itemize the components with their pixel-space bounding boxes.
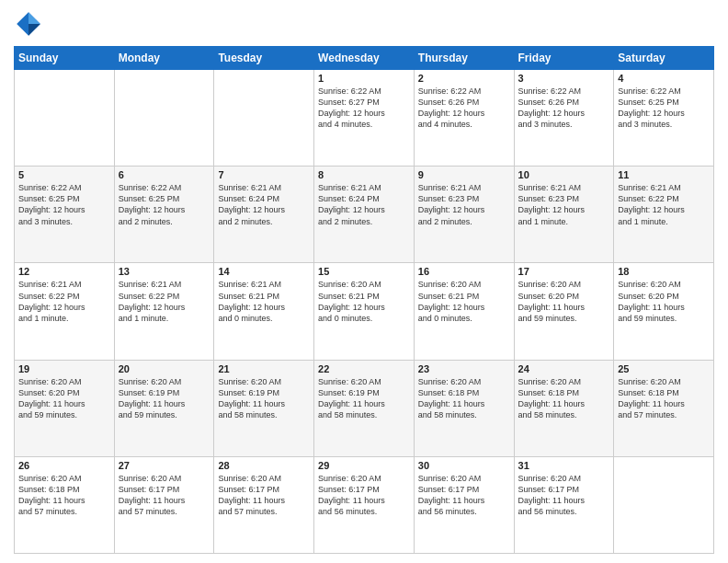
day-number: 18 — [618, 266, 710, 277]
calendar-cell: 10Sunrise: 6:21 AM Sunset: 6:23 PM Dayli… — [514, 167, 614, 263]
day-number: 21 — [218, 363, 310, 374]
day-number: 2 — [418, 73, 510, 84]
day-info: Sunrise: 6:22 AM Sunset: 6:25 PM Dayligh… — [18, 182, 110, 227]
logo-icon — [14, 9, 43, 39]
day-number: 31 — [518, 460, 610, 471]
logo — [14, 9, 47, 39]
day-number: 13 — [119, 266, 210, 277]
calendar-week-row: 5Sunrise: 6:22 AM Sunset: 6:25 PM Daylig… — [15, 167, 714, 263]
day-number: 4 — [618, 73, 710, 84]
day-number: 7 — [218, 169, 310, 180]
day-info: Sunrise: 6:20 AM Sunset: 6:18 PM Dayligh… — [18, 473, 110, 518]
day-number: 17 — [518, 266, 610, 277]
calendar-cell — [15, 70, 115, 167]
calendar-header-day: Wednesday — [314, 47, 415, 70]
day-number: 20 — [119, 363, 210, 374]
svg-marker-2 — [28, 24, 40, 36]
calendar-cell: 4Sunrise: 6:22 AM Sunset: 6:25 PM Daylig… — [614, 70, 714, 167]
calendar-header-day: Saturday — [614, 47, 714, 70]
day-info: Sunrise: 6:20 AM Sunset: 6:20 PM Dayligh… — [518, 279, 610, 324]
calendar-cell: 1Sunrise: 6:22 AM Sunset: 6:27 PM Daylig… — [314, 70, 415, 167]
day-number: 26 — [18, 460, 110, 471]
svg-marker-1 — [28, 12, 40, 24]
day-number: 28 — [218, 460, 310, 471]
day-info: Sunrise: 6:21 AM Sunset: 6:24 PM Dayligh… — [218, 182, 310, 227]
day-number: 3 — [518, 73, 610, 84]
day-info: Sunrise: 6:20 AM Sunset: 6:20 PM Dayligh… — [618, 279, 710, 324]
day-number: 22 — [318, 363, 410, 374]
calendar-cell: 23Sunrise: 6:20 AM Sunset: 6:18 PM Dayli… — [414, 360, 514, 456]
day-info: Sunrise: 6:20 AM Sunset: 6:17 PM Dayligh… — [518, 473, 610, 518]
day-info: Sunrise: 6:20 AM Sunset: 6:19 PM Dayligh… — [119, 376, 210, 421]
calendar-cell: 3Sunrise: 6:22 AM Sunset: 6:26 PM Daylig… — [514, 70, 614, 167]
day-info: Sunrise: 6:22 AM Sunset: 6:25 PM Dayligh… — [618, 86, 710, 131]
day-info: Sunrise: 6:21 AM Sunset: 6:23 PM Dayligh… — [418, 182, 510, 227]
day-info: Sunrise: 6:21 AM Sunset: 6:22 PM Dayligh… — [618, 182, 710, 227]
day-number: 1 — [318, 73, 410, 84]
calendar-week-row: 19Sunrise: 6:20 AM Sunset: 6:20 PM Dayli… — [15, 360, 714, 456]
day-info: Sunrise: 6:20 AM Sunset: 6:18 PM Dayligh… — [418, 376, 510, 421]
day-info: Sunrise: 6:22 AM Sunset: 6:27 PM Dayligh… — [318, 86, 410, 131]
calendar-table: SundayMondayTuesdayWednesdayThursdayFrid… — [14, 46, 714, 554]
header — [14, 9, 714, 39]
calendar-cell: 8Sunrise: 6:21 AM Sunset: 6:24 PM Daylig… — [314, 167, 415, 263]
calendar-cell: 12Sunrise: 6:21 AM Sunset: 6:22 PM Dayli… — [15, 263, 115, 360]
calendar-cell: 30Sunrise: 6:20 AM Sunset: 6:17 PM Dayli… — [414, 456, 514, 553]
calendar-cell: 19Sunrise: 6:20 AM Sunset: 6:20 PM Dayli… — [15, 360, 115, 456]
calendar-cell — [214, 70, 314, 167]
calendar-cell: 18Sunrise: 6:20 AM Sunset: 6:20 PM Dayli… — [614, 263, 714, 360]
calendar-cell: 25Sunrise: 6:20 AM Sunset: 6:18 PM Dayli… — [614, 360, 714, 456]
calendar-cell: 2Sunrise: 6:22 AM Sunset: 6:26 PM Daylig… — [414, 70, 514, 167]
calendar-header-day: Monday — [114, 47, 214, 70]
calendar-cell: 17Sunrise: 6:20 AM Sunset: 6:20 PM Dayli… — [514, 263, 614, 360]
day-number: 30 — [418, 460, 510, 471]
day-number: 9 — [418, 169, 510, 180]
day-number: 6 — [119, 169, 210, 180]
day-info: Sunrise: 6:20 AM Sunset: 6:20 PM Dayligh… — [18, 376, 110, 421]
calendar-cell: 29Sunrise: 6:20 AM Sunset: 6:17 PM Dayli… — [314, 456, 415, 553]
calendar-cell: 15Sunrise: 6:20 AM Sunset: 6:21 PM Dayli… — [314, 263, 415, 360]
calendar-cell: 22Sunrise: 6:20 AM Sunset: 6:19 PM Dayli… — [314, 360, 415, 456]
calendar-cell: 16Sunrise: 6:20 AM Sunset: 6:21 PM Dayli… — [414, 263, 514, 360]
day-number: 8 — [318, 169, 410, 180]
calendar-week-row: 26Sunrise: 6:20 AM Sunset: 6:18 PM Dayli… — [15, 456, 714, 553]
day-info: Sunrise: 6:22 AM Sunset: 6:26 PM Dayligh… — [418, 86, 510, 131]
calendar-header-day: Tuesday — [214, 47, 314, 70]
day-number: 14 — [218, 266, 310, 277]
page: SundayMondayTuesdayWednesdayThursdayFrid… — [0, 0, 728, 563]
day-number: 5 — [18, 169, 110, 180]
day-number: 10 — [518, 169, 610, 180]
day-number: 25 — [618, 363, 710, 374]
calendar-header-day: Friday — [514, 47, 614, 70]
day-info: Sunrise: 6:20 AM Sunset: 6:17 PM Dayligh… — [119, 473, 210, 518]
calendar-cell: 20Sunrise: 6:20 AM Sunset: 6:19 PM Dayli… — [114, 360, 214, 456]
calendar-cell: 11Sunrise: 6:21 AM Sunset: 6:22 PM Dayli… — [614, 167, 714, 263]
calendar-cell: 6Sunrise: 6:22 AM Sunset: 6:25 PM Daylig… — [114, 167, 214, 263]
calendar-cell: 27Sunrise: 6:20 AM Sunset: 6:17 PM Dayli… — [114, 456, 214, 553]
calendar-cell: 26Sunrise: 6:20 AM Sunset: 6:18 PM Dayli… — [15, 456, 115, 553]
calendar-cell: 9Sunrise: 6:21 AM Sunset: 6:23 PM Daylig… — [414, 167, 514, 263]
day-number: 29 — [318, 460, 410, 471]
calendar-cell — [614, 456, 714, 553]
day-info: Sunrise: 6:20 AM Sunset: 6:18 PM Dayligh… — [618, 376, 710, 421]
day-number: 15 — [318, 266, 410, 277]
day-number: 16 — [418, 266, 510, 277]
day-info: Sunrise: 6:21 AM Sunset: 6:23 PM Dayligh… — [518, 182, 610, 227]
day-number: 19 — [18, 363, 110, 374]
day-info: Sunrise: 6:20 AM Sunset: 6:19 PM Dayligh… — [218, 376, 310, 421]
day-info: Sunrise: 6:20 AM Sunset: 6:17 PM Dayligh… — [318, 473, 410, 518]
calendar-cell: 24Sunrise: 6:20 AM Sunset: 6:18 PM Dayli… — [514, 360, 614, 456]
day-info: Sunrise: 6:21 AM Sunset: 6:21 PM Dayligh… — [218, 279, 310, 324]
day-number: 12 — [18, 266, 110, 277]
day-number: 11 — [618, 169, 710, 180]
calendar-cell: 14Sunrise: 6:21 AM Sunset: 6:21 PM Dayli… — [214, 263, 314, 360]
calendar-header-day: Thursday — [414, 47, 514, 70]
day-info: Sunrise: 6:22 AM Sunset: 6:26 PM Dayligh… — [518, 86, 610, 131]
calendar-header-day: Sunday — [15, 47, 115, 70]
calendar-cell: 13Sunrise: 6:21 AM Sunset: 6:22 PM Dayli… — [114, 263, 214, 360]
calendar-week-row: 1Sunrise: 6:22 AM Sunset: 6:27 PM Daylig… — [15, 70, 714, 167]
day-info: Sunrise: 6:22 AM Sunset: 6:25 PM Dayligh… — [119, 182, 210, 227]
day-number: 24 — [518, 363, 610, 374]
day-info: Sunrise: 6:21 AM Sunset: 6:24 PM Dayligh… — [318, 182, 410, 227]
day-info: Sunrise: 6:20 AM Sunset: 6:17 PM Dayligh… — [218, 473, 310, 518]
